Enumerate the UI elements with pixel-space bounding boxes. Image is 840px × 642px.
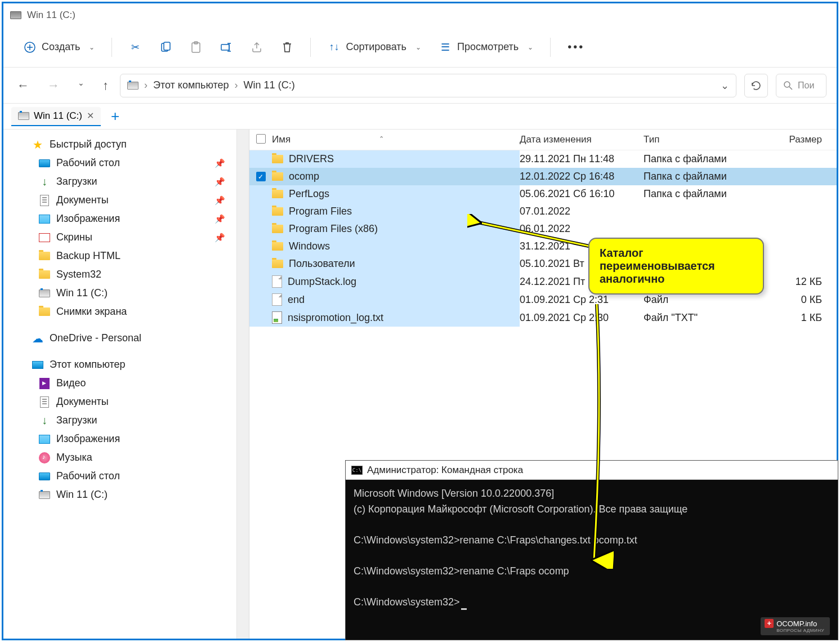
file-row[interactable]: nsispromotion_log.txt01.09.2021 Ср 2:30Ф…	[249, 309, 837, 327]
drive-icon	[39, 491, 50, 499]
refresh-button[interactable]	[744, 74, 768, 97]
cmd-icon: C:\	[351, 466, 363, 475]
sidebar-item-desktop[interactable]: Рабочий стол📌	[3, 154, 236, 172]
sidebar-item-documents2[interactable]: Документы	[3, 393, 236, 411]
file-row[interactable]: DRIVERS29.11.2021 Пн 11:48Папка с файлам…	[249, 150, 837, 168]
file-name: Program Files (x86)	[289, 223, 378, 235]
sidebar-item-video[interactable]: Видео	[3, 374, 236, 393]
sidebar-item-thispc[interactable]: Этот компьютер	[3, 355, 236, 374]
sidebar-item-screens[interactable]: Скрины📌	[3, 228, 236, 247]
titlebar: Win 11 (C:)	[3, 3, 837, 27]
sidebar-item-win11[interactable]: Win 11 (C:)	[3, 284, 236, 302]
sidebar: ★Быстрый доступ Рабочий стол📌 ↓Загрузки📌…	[3, 130, 237, 639]
file-row[interactable]: Program Files (x86)06.01.2022	[249, 220, 837, 238]
back-button[interactable]: ←	[14, 76, 33, 95]
chevron-down-icon[interactable]: ⌄	[721, 79, 729, 92]
select-all-checkbox[interactable]	[256, 134, 266, 144]
chevron-down-icon: ⌄	[89, 43, 95, 51]
sidebar-item-backup[interactable]: Backup HTML	[3, 247, 236, 265]
rename-button[interactable]	[211, 35, 242, 59]
ellipsis-icon: •••	[568, 41, 584, 54]
cloud-icon: ☁	[32, 333, 44, 344]
file-size: 0 КБ	[756, 294, 837, 306]
file-row[interactable]: PerfLogs05.06.2021 Сб 16:10Папка с файла…	[249, 185, 837, 203]
toolbar: Создать ⌄ ✂ ↑↓ Сортировать ⌄ ☰ Просмотре…	[3, 27, 837, 68]
file-row[interactable]: Program Files07.01.2022	[249, 203, 837, 220]
column-type[interactable]: Тип	[644, 134, 756, 145]
file-size: 1 КБ	[756, 312, 837, 324]
sidebar-item-system32[interactable]: System32	[3, 265, 236, 284]
share-icon	[251, 41, 263, 54]
column-date[interactable]: Дата изменения	[520, 134, 644, 145]
file-row[interactable]: ✓ocomp12.01.2022 Ср 16:48Папка с файлами	[249, 168, 837, 185]
pin-icon: 📌	[215, 214, 225, 224]
add-tab-button[interactable]: +	[111, 108, 119, 125]
sidebar-item-desktop2[interactable]: Рабочий стол	[3, 467, 236, 485]
folder-icon	[39, 307, 50, 316]
screenshot-icon	[39, 233, 50, 242]
chevron-down-icon: ⌄	[415, 43, 421, 51]
file-name: Program Files	[289, 206, 352, 217]
refresh-icon	[750, 80, 762, 91]
share-button[interactable]	[242, 35, 272, 59]
sidebar-item-music[interactable]: Музыка	[3, 448, 236, 467]
file-date: 29.11.2021 Пн 11:48	[520, 153, 644, 165]
sidebar-item-documents[interactable]: Документы📌	[3, 191, 236, 209]
scrollbar[interactable]	[237, 130, 249, 639]
tab-win11[interactable]: Win 11 (C:) ✕	[11, 107, 101, 126]
column-size[interactable]: Размер	[756, 134, 837, 145]
column-name[interactable]: Имя⌃	[272, 134, 520, 145]
command-prompt-window: C:\ Администратор: Командная строка Micr…	[345, 460, 838, 640]
sidebar-item-pictures[interactable]: Изображения📌	[3, 209, 236, 228]
sidebar-item-pictures2[interactable]: Изображения	[3, 430, 236, 448]
sidebar-item-screenshots[interactable]: Снимки экрана	[3, 302, 236, 321]
scissors-icon: ✂	[129, 41, 141, 54]
delete-button[interactable]	[272, 35, 302, 59]
chevron-down-icon[interactable]: ⌄	[74, 76, 88, 95]
document-icon	[40, 396, 49, 408]
file-name: ocomp	[289, 171, 319, 182]
watermark: OCOMP.info ВОПРОСЫ АДМИНУ	[761, 617, 830, 635]
file-date: 12.01.2022 Ср 16:48	[520, 171, 644, 182]
file-type: Папка с файлами	[644, 188, 756, 200]
drive-icon	[18, 112, 29, 120]
annotation-callout: Каталог переименовывается аналогично	[588, 238, 764, 295]
folder-icon	[272, 242, 283, 251]
view-button[interactable]: ☰ Просмотреть ⌄	[430, 35, 542, 59]
sort-indicator-icon: ⌃	[379, 135, 384, 142]
file-name: Windows	[289, 240, 330, 252]
file-date: 06.01.2022	[520, 223, 644, 235]
create-button[interactable]: Создать ⌄	[15, 35, 104, 59]
trash-icon	[281, 41, 293, 54]
checkbox-checked-icon[interactable]: ✓	[256, 172, 266, 181]
file-type: Папка с файлами	[644, 171, 756, 182]
sidebar-item-downloads[interactable]: ↓Загрузки📌	[3, 172, 236, 191]
sort-button[interactable]: ↑↓ Сортировать ⌄	[319, 35, 430, 59]
sidebar-item-quick-access[interactable]: ★Быстрый доступ	[3, 135, 236, 154]
pc-icon	[32, 361, 43, 369]
download-icon: ↓	[38, 415, 51, 426]
more-button[interactable]: •••	[558, 35, 593, 59]
folder-icon	[272, 190, 283, 198]
folder-icon	[272, 225, 283, 233]
copy-icon	[159, 41, 172, 54]
sidebar-item-win11b[interactable]: Win 11 (C:)	[3, 485, 236, 504]
file-date: 05.06.2021 Сб 16:10	[520, 188, 644, 200]
paste-button[interactable]	[181, 35, 211, 59]
up-button[interactable]: ↑	[99, 76, 112, 95]
sidebar-item-onedrive[interactable]: ☁OneDrive - Personal	[3, 329, 236, 347]
rename-icon	[220, 41, 233, 54]
search-input[interactable]: Пои	[776, 74, 826, 97]
forward-button[interactable]: →	[44, 76, 63, 95]
file-name: nsispromotion_log.txt	[288, 312, 383, 324]
address-bar[interactable]: › Этот компьютер › Win 11 (C:) ⌄	[120, 74, 736, 97]
cut-button[interactable]: ✂	[120, 35, 150, 59]
column-headers: Имя⌃ Дата изменения Тип Размер	[249, 130, 837, 150]
drive-icon	[127, 82, 138, 90]
close-icon[interactable]: ✕	[87, 110, 94, 121]
text-file-icon	[272, 311, 282, 324]
cmd-titlebar[interactable]: C:\ Администратор: Командная строка	[346, 461, 838, 480]
navbar: ← → ⌄ ↑ › Этот компьютер › Win 11 (C:) ⌄…	[3, 68, 837, 104]
sidebar-item-downloads2[interactable]: ↓Загрузки	[3, 411, 236, 430]
copy-button[interactable]	[150, 35, 181, 59]
